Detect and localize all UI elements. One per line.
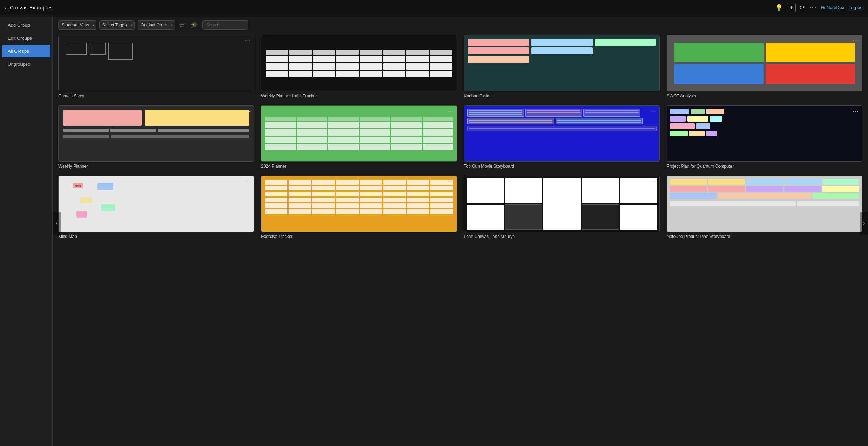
canvas-card-canvas-sizes[interactable]: ··· Canvas Sizes [58, 35, 254, 98]
card-label-kanban: Kanban Tasks [464, 93, 660, 98]
app-title: Canvas Examples [10, 5, 772, 11]
content-area: Standard View Compact View List View Sel… [53, 15, 868, 446]
tutorial-button[interactable]: 🎓 [189, 20, 199, 30]
card-label-wht: Weekly Planner Habit Tracker [261, 93, 457, 98]
order-select[interactable]: Original Order Alphabetical Date Modifie… [138, 20, 175, 30]
sidebar-item-add-group[interactable]: Add Group [2, 19, 50, 31]
canvas-thumb-mindmap: Note ··· [58, 176, 254, 232]
card-menu-weekly-planner[interactable]: ··· [245, 109, 251, 114]
right-arrow[interactable]: › [860, 212, 868, 235]
card-menu-topgun[interactable]: ··· [650, 109, 657, 114]
canvas-card-swot[interactable]: ··· SWOT Analysis [667, 35, 862, 98]
card-label-2024-planner: 2024 Planner [261, 164, 457, 169]
canvas-card-2024-planner[interactable]: ··· 2024 Planner [261, 105, 457, 169]
view-select[interactable]: Standard View Compact View List View [58, 20, 96, 30]
sidebar-item-edit-groups[interactable]: Edit Groups [2, 32, 50, 44]
card-menu-kanban[interactable]: ··· [650, 38, 657, 44]
left-arrow[interactable]: ‹ [53, 212, 61, 235]
canvas-card-lean[interactable]: ··· Lean Canvas - Ash Maurya [464, 176, 660, 239]
topbar: ‹ Canvas Examples 💡 + ⟳ ··· Hi NoteDex L… [0, 0, 868, 15]
card-label-mindmap: Mind Map [58, 234, 254, 239]
canvas-thumb-topgun: ··· [464, 105, 660, 162]
canvas-thumb-2024-planner: ··· [261, 105, 457, 162]
sidebar-item-ungrouped[interactable]: Ungrouped [2, 58, 50, 70]
card-label-lean: Lean Canvas - Ash Maurya [464, 234, 660, 239]
user-greeting[interactable]: Hi NoteDex [821, 5, 844, 10]
card-menu-exercise[interactable]: ··· [448, 179, 454, 185]
canvas-card-topgun[interactable]: ··· Top Gun Movie Storyboard [464, 105, 660, 169]
topbar-actions: 💡 + ⟳ ··· Hi NoteDex Log out [775, 3, 864, 12]
refresh-icon[interactable]: ⟳ [800, 4, 805, 12]
canvas-card-ppq[interactable]: ··· Project Plan for Quantum Computer [667, 105, 862, 169]
card-menu-2024-planner[interactable]: ··· [448, 109, 454, 114]
card-label-ppq: Project Plan for Quantum Computer [667, 164, 862, 169]
bulb-icon[interactable]: 💡 [775, 4, 783, 12]
canvas-thumb-exercise: ··· [261, 176, 457, 232]
canvas-card-weekly-planner[interactable]: ··· Weekly Planner [58, 105, 254, 169]
card-label-topgun: Top Gun Movie Storyboard [464, 164, 660, 169]
sidebar: Add Group Edit Groups All Groups Ungroup… [0, 15, 53, 446]
canvas-thumb-notedex: ··· [667, 176, 862, 232]
more-icon[interactable]: ··· [809, 4, 817, 11]
star-filter-button[interactable]: ☆ [178, 20, 186, 30]
canvas-card-notedex[interactable]: ··· NoteDex Product Plan Storyboard [667, 176, 862, 239]
card-label-canvas-sizes: Canvas Sizes [58, 93, 254, 98]
canvas-thumb-canvas-sizes: ··· [58, 35, 254, 91]
canvas-card-kanban[interactable]: ··· Kanban Tasks [464, 35, 660, 98]
card-menu-ppq[interactable]: ··· [853, 109, 859, 114]
card-menu-notedex[interactable]: ··· [853, 179, 859, 185]
card-menu-mindmap[interactable]: ··· [245, 179, 251, 185]
sidebar-item-all-groups[interactable]: All Groups [2, 45, 50, 57]
canvas-card-wht[interactable]: Weekly Planner Habit Tracker [261, 35, 457, 98]
card-menu-canvas-sizes[interactable]: ··· [245, 38, 251, 44]
search-input[interactable] [202, 20, 248, 30]
back-button[interactable]: ‹ [4, 4, 6, 11]
card-menu-lean[interactable]: ··· [650, 179, 657, 185]
canvas-thumb-kanban: ··· [464, 35, 660, 91]
tag-select[interactable]: Select Tag(s) [99, 20, 135, 30]
canvas-thumb-ppq: ··· [667, 105, 862, 162]
add-icon[interactable]: + [787, 3, 796, 12]
canvas-card-exercise[interactable]: ··· Exercise Tracker [261, 176, 457, 239]
canvas-grid: ··· Canvas Sizes [58, 35, 862, 239]
canvas-thumb-lean: ··· [464, 176, 660, 232]
toolbar: Standard View Compact View List View Sel… [58, 20, 862, 30]
canvas-thumb-weekly-planner: ··· [58, 105, 254, 162]
canvas-thumb-swot: ··· [667, 35, 862, 91]
main-layout: Add Group Edit Groups All Groups Ungroup… [0, 15, 868, 446]
card-label-weekly-planner: Weekly Planner [58, 164, 254, 169]
card-label-exercise: Exercise Tracker [261, 234, 457, 239]
canvas-thumb-wht [261, 35, 457, 91]
logout-link[interactable]: Log out [849, 5, 864, 10]
card-menu-swot[interactable]: ··· [853, 38, 859, 44]
card-label-swot: SWOT Analysis [667, 93, 862, 98]
card-label-notedex: NoteDex Product Plan Storyboard [667, 234, 862, 239]
canvas-card-mindmap[interactable]: Note ··· Mind Map [58, 176, 254, 239]
